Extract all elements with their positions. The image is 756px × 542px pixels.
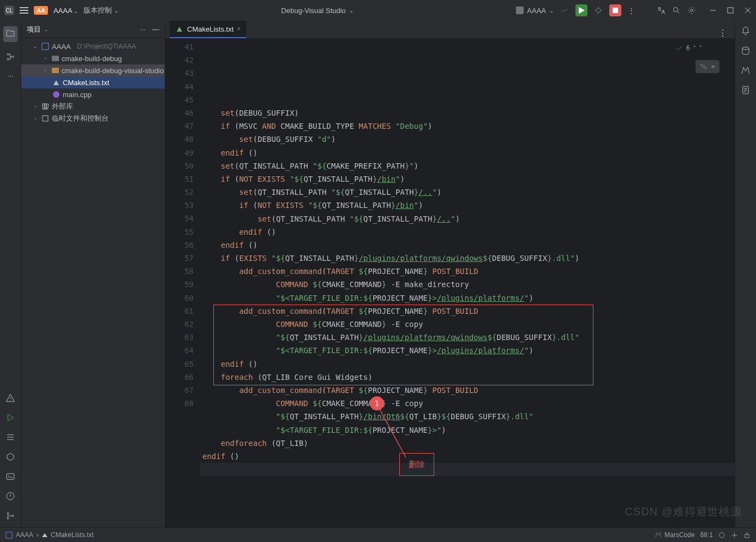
code-line[interactable]: if (NOT EXISTS "${QT_INSTALL_PATH}/bin") [200,199,735,212]
more-icon[interactable]: ··· [140,25,146,33]
code-line[interactable]: set(QT_INSTALL_PATH "${QT_INSTALL_PATH}/… [200,212,735,225]
code-line[interactable]: endif () [200,358,735,371]
svg-point-19 [705,68,706,69]
structure-tool-icon[interactable] [5,52,15,62]
code-line[interactable]: "${QT_INSTALL_PATH}/plugins/platforms/qw… [200,331,735,344]
maximize-icon[interactable] [727,7,734,14]
code-line[interactable]: add_custom_command(TARGET ${PROJECT_NAME… [200,384,735,397]
chevron-down-icon[interactable]: ⌄ [32,44,39,49]
code-line[interactable]: if (EXISTS "${QT_INSTALL_PATH}/plugins/p… [200,252,735,265]
doc-tool-icon[interactable] [741,85,751,95]
code-line[interactable] [200,463,735,476]
code-editor[interactable]: 4142434445464748495051525354555657585960… [165,38,735,527]
tree-scratches[interactable]: › 临时文件和控制台 [21,112,165,124]
code-line[interactable]: "$<TARGET_FILE_DIR:${PROJECT_NAME}>/plug… [200,291,735,305]
code-content[interactable]: set(DEBUG_SUFFIX) if (MSVC AND CMAKE_BUI… [200,38,735,527]
warning-tool-icon[interactable] [5,393,15,403]
svg-rect-4 [728,8,733,13]
code-line[interactable]: set(DEBUG_SUFFIX "d") [200,133,735,146]
code-line[interactable]: endif () [200,225,735,239]
inspections-widget[interactable]: 6 ˄ ˅ [675,41,702,55]
code-line[interactable]: add_custom_command(TARGET ${PROJECT_NAME… [200,305,735,318]
settings-gear-icon[interactable] [687,6,696,15]
list-tool-icon[interactable] [5,432,15,442]
close-icon[interactable]: × [711,60,715,73]
code-line[interactable]: foreach (QT_LIB Core Gui Widgets) [200,371,735,384]
run-tool-icon[interactable] [5,413,15,422]
user-badge[interactable]: AA [34,6,48,15]
code-line[interactable]: set(QT_INSTALL_PATH "${QT_INSTALL_PATH}/… [200,186,735,199]
code-line[interactable]: "$<TARGET_FILE_DIR:${PROJECT_NAME}>/plug… [200,344,735,357]
tree-file-selected[interactable]: CMakeLists.txt [21,76,165,88]
tree-folder[interactable]: › cmake-build-debug [21,52,165,64]
chevron-down-icon[interactable]: ⌄ [44,27,49,32]
tree-file[interactable]: main.cpp [21,88,165,100]
code-line[interactable]: if (MSVC AND CMAKE_BUILD_TYPE MATCHES "D… [200,120,735,133]
more-actions-icon[interactable]: ⋮ [628,7,635,15]
code-line[interactable]: add_custom_command(TARGET ${PROJECT_NAME… [200,265,735,278]
chevron-down-icon: ⌄ [74,8,78,14]
notifications-icon[interactable] [741,26,751,36]
code-line[interactable]: COMMAND ${CMAKE_COMMAND} -E make_directo… [200,278,735,291]
svg-rect-25 [745,534,749,538]
project-tool-icon[interactable] [3,26,17,42]
run-button[interactable] [575,4,587,16]
code-line[interactable]: set(QT_INSTALL_PATH "${CMAKE_PREFIX_PATH… [200,159,735,172]
code-line[interactable]: COMMAND ${CMAKE_COMMAND} -E copy [200,318,735,331]
code-line[interactable]: if (NOT EXISTS "${QT_INSTALL_PATH}/bin") [200,172,735,186]
run-config-dropdown[interactable]: Debug-Visual Studio ⌄ [281,7,353,15]
vcs-tool-icon[interactable] [5,511,15,521]
more-tool-icon[interactable]: ··· [8,72,14,80]
tab-more-icon[interactable]: ⋮ [711,28,735,38]
editor-tab[interactable]: CMakeLists.txt × [170,21,246,38]
svg-point-15 [53,91,59,98]
hide-panel-icon[interactable]: — [152,25,159,33]
chevron-right-icon[interactable]: › [32,104,39,109]
close-tab-icon[interactable]: × [237,25,241,33]
tree-root[interactable]: ⌄ AAAA D:\Project\QT\AAAA [21,40,165,52]
code-line[interactable]: endif () [200,239,735,252]
svg-point-21 [742,47,749,50]
cmake-file-icon [175,25,184,33]
editor-tabbar: CMakeLists.txt × ⋮ [165,21,735,38]
main-menu-icon[interactable] [20,6,28,15]
code-line[interactable]: endif () [200,146,735,159]
cpp-file-icon [52,90,61,99]
tree-external-libs[interactable]: › 外部库 [21,100,165,112]
chevron-right-icon[interactable]: › [42,56,49,61]
hammer-build-icon[interactable] [560,6,569,15]
ai-assist-widget[interactable]: × [695,60,719,73]
terminal-tool-icon[interactable] [5,472,15,481]
svg-point-6 [7,58,9,60]
debug-icon[interactable] [594,6,603,15]
editor-area: CMakeLists.txt × ⋮ 414243444546474849505… [165,21,735,527]
search-icon[interactable] [672,6,681,15]
svg-rect-23 [6,532,12,538]
minimize-icon[interactable] [709,7,717,14]
problems-tool-icon[interactable] [5,491,15,501]
chevron-right-icon[interactable]: › [32,116,39,121]
chevron-right-icon[interactable]: › [42,68,49,73]
run-target-dropdown[interactable]: AAAA ⌄ [516,7,554,15]
close-icon[interactable] [744,7,752,14]
code-line[interactable]: endforeach (QT_LIB) [200,437,735,450]
marscode-tool-icon[interactable] [741,65,751,75]
breadcrumb[interactable]: AAAA › CMakeLists.txt [5,531,94,539]
services-tool-icon[interactable] [5,452,15,462]
code-line[interactable]: endif () [200,450,735,463]
translate-icon[interactable] [657,6,665,15]
chevron-down-icon[interactable]: ˅ [699,41,702,55]
database-tool-icon[interactable] [741,46,751,56]
status-lock-icon[interactable] [743,532,751,539]
vcs-dropdown[interactable]: 版本控制 ⌄ [83,5,118,15]
code-line[interactable]: set(DEBUG_SUFFIX) [200,106,735,120]
tree-folder[interactable]: › cmake-build-debug-visual-studio [21,64,165,76]
code-line[interactable]: "${QT_INSTALL_PATH}/bin/Qt6${QT_LIB}${DE… [200,410,735,423]
stop-button[interactable] [609,4,621,16]
code-line[interactable]: "$<TARGET_FILE_DIR:${PROJECT_NAME}>") [200,424,735,437]
code-line[interactable]: COMMAND ${CMAKE_COMMAND} -E copy [200,397,735,410]
chevron-up-icon[interactable]: ˄ [693,41,696,55]
project-tree[interactable]: ⌄ AAAA D:\Project\QT\AAAA › cmake-build-… [21,38,165,527]
app-icon: CL [4,5,14,15]
project-dropdown[interactable]: AAAA ⌄ [53,7,79,15]
